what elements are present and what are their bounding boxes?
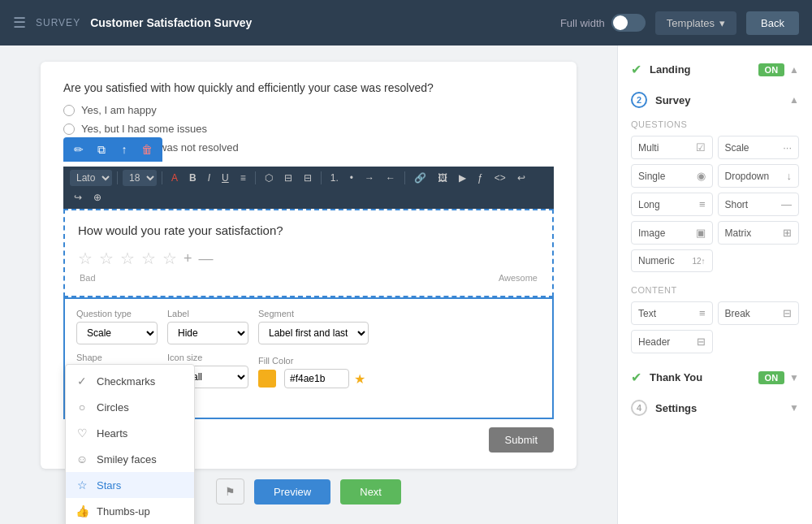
tile-matrix[interactable]: Matrix ⊞ (718, 221, 800, 245)
star-5[interactable]: ☆ (162, 249, 177, 268)
floating-actions: ✏ ⧉ ↑ 🗑 (63, 137, 162, 162)
tile-multi[interactable]: Multi ☑ (631, 136, 713, 159)
dropdown-circles[interactable]: ○ Circles (66, 394, 194, 420)
font-family-select[interactable]: Lato (70, 170, 112, 186)
star-remove-btn[interactable]: — (199, 250, 214, 267)
landing-chevron-icon[interactable]: ▲ (789, 64, 799, 76)
format-toolbar: Lato 18 A B I U ≡ ⬡ ⊟ ⊟ (63, 167, 554, 209)
settings-label: Settings (655, 402, 697, 414)
survey-chevron-icon[interactable]: ▲ (789, 94, 799, 106)
tile-text[interactable]: Text ≡ (631, 301, 713, 325)
preview-button[interactable]: Preview (254, 479, 330, 505)
editor-area: How would you rate your satisfaction? ☆ … (63, 209, 554, 297)
radio-option-1[interactable]: Yes, I am happy (63, 104, 554, 116)
up-icon-btn[interactable]: ↑ (115, 141, 133, 158)
dropdown-stars[interactable]: ☆ Stars (66, 472, 194, 498)
menu-icon[interactable]: ☰ (13, 14, 26, 32)
dropdown-checkmarks[interactable]: ✓ Checkmarks (66, 368, 194, 394)
source-btn[interactable]: <> (490, 170, 510, 186)
align-center-btn[interactable]: ⊟ (280, 170, 296, 186)
copy-icon-btn[interactable]: ⧉ (93, 141, 110, 158)
settings-num: 4 (631, 400, 647, 416)
tile-numeric[interactable]: Numeric 12↑ (631, 249, 713, 272)
formula-btn[interactable]: ƒ (473, 170, 487, 186)
templates-button[interactable]: Templates ▾ (655, 11, 736, 35)
hex-input[interactable] (284, 369, 349, 388)
fullwidth-label: Full width (560, 17, 605, 29)
thankyou-check-icon: ✔ (631, 370, 641, 385)
radio-option-2[interactable]: Yes, but I had some issues (63, 123, 554, 135)
long-icon: ≡ (699, 198, 706, 210)
dropdown-icon: ↓ (787, 170, 793, 182)
tile-single[interactable]: Single ◉ (631, 164, 713, 188)
stars-row: ☆ ☆ ☆ ☆ ☆ + — (78, 249, 539, 268)
ol-btn[interactable]: 1. (326, 170, 343, 186)
star-1[interactable]: ☆ (78, 249, 93, 268)
radio-1 (63, 105, 75, 116)
star-add-btn[interactable]: + (184, 250, 192, 267)
flag-button[interactable]: ⚑ (216, 479, 244, 505)
question-text: Are you satisfied with how quickly and e… (63, 81, 554, 94)
italic-btn[interactable]: I (204, 170, 214, 186)
circles-icon: ○ (76, 401, 89, 414)
scale-icon: ··· (783, 141, 792, 154)
star-3[interactable]: ☆ (120, 249, 135, 268)
dropdown-thumbs[interactable]: 👍 Thumbs-up (66, 498, 194, 524)
question-type-select[interactable]: Scale (76, 322, 158, 344)
sidebar-step-landing[interactable]: ✔ Landing ON ▲ (618, 55, 812, 84)
underline-btn[interactable]: U (218, 170, 233, 186)
edit-icon-btn[interactable]: ✏ (70, 141, 88, 158)
center-pane: Are you satisfied with how quickly and e… (0, 45, 617, 524)
tile-long[interactable]: Long ≡ (631, 193, 713, 216)
thankyou-label: Thank You (650, 371, 702, 383)
settings-chevron-icon[interactable]: ▼ (789, 402, 799, 414)
delete-icon-btn[interactable]: 🗑 (138, 141, 156, 158)
font-size-select[interactable]: 18 (123, 170, 157, 186)
fullwidth-toggle[interactable] (611, 14, 646, 32)
tile-dropdown[interactable]: Dropdown ↓ (718, 164, 800, 188)
sidebar-step-settings[interactable]: 4 Settings ▼ (618, 393, 812, 422)
redo-btn[interactable]: ↪ (70, 189, 86, 206)
multi-icon: ☑ (696, 141, 706, 154)
tile-short[interactable]: Short — (718, 193, 800, 216)
outdent-btn[interactable]: ← (382, 170, 400, 186)
sidebar-step-survey[interactable]: 2 Survey ▲ (618, 85, 812, 115)
tile-scale[interactable]: Scale ··· (718, 136, 800, 159)
dropdown-hearts[interactable]: ♡ Hearts (66, 420, 194, 446)
thankyou-chevron-icon[interactable]: ▼ (789, 372, 799, 383)
segment-select[interactable]: Label first and last (258, 322, 369, 344)
link-btn[interactable]: 🔗 (410, 170, 430, 186)
tile-break[interactable]: Break ⊟ (718, 301, 800, 325)
image-tile-icon: ▣ (696, 227, 706, 239)
tile-image[interactable]: Image ▣ (631, 221, 713, 245)
survey-num: 2 (631, 92, 647, 108)
label-bad: Bad (80, 273, 96, 283)
shape-dropdown: ✓ Checkmarks ○ Circles ♡ Hearts ☺ Smiley… (65, 364, 195, 524)
submit-button[interactable]: Submit (489, 427, 554, 453)
sidebar-step-thankyou[interactable]: ✔ Thank You ON ▼ (618, 363, 812, 392)
radio-2 (63, 123, 75, 135)
more-btn[interactable]: ⊕ (89, 189, 106, 206)
tile-header[interactable]: Header ⊟ (631, 330, 713, 353)
video-btn[interactable]: ▶ (455, 170, 470, 186)
image-btn[interactable]: 🖼 (434, 170, 451, 186)
hearts-icon: ♡ (76, 427, 89, 440)
next-button[interactable]: Next (340, 479, 401, 505)
question-type-field: Question type Scale (76, 309, 158, 344)
indent-btn[interactable]: → (361, 170, 378, 186)
matrix-icon: ⊞ (783, 227, 792, 239)
label-select[interactable]: Hide (167, 322, 248, 344)
align-right-btn[interactable]: ⊟ (300, 170, 316, 186)
list-btn[interactable]: ≡ (236, 170, 250, 186)
undo-btn[interactable]: ↩ (513, 170, 529, 186)
bold-btn[interactable]: B (185, 170, 201, 186)
fill-color-field: Fill Color ★ (258, 356, 365, 388)
back-button[interactable]: Back (746, 11, 799, 35)
ul-btn[interactable]: • (346, 170, 357, 186)
text-color-btn[interactable]: A (167, 170, 182, 186)
star-4[interactable]: ☆ (141, 249, 156, 268)
star-2[interactable]: ☆ (99, 249, 114, 268)
fill-color-swatch[interactable] (258, 370, 276, 388)
align-left-btn[interactable]: ⬡ (261, 170, 277, 186)
dropdown-smiley[interactable]: ☺ Smiley faces (66, 446, 194, 472)
